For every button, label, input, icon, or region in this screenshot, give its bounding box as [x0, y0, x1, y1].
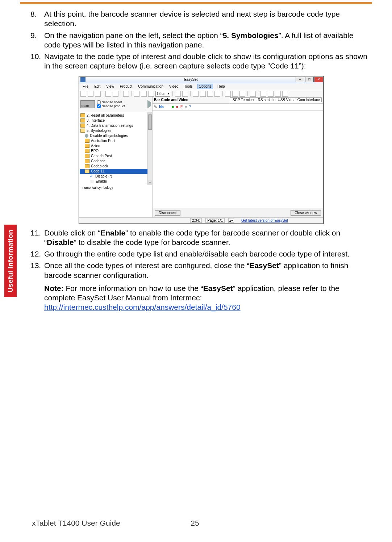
toolbar-button[interactable] [182, 91, 188, 97]
status-update-link[interactable]: Get latest version of EasySet [241, 218, 288, 222]
tree-item[interactable]: Aztec [80, 143, 151, 149]
tree-item[interactable]: Symbology identifier [80, 184, 151, 185]
close-button[interactable]: ✕ [314, 77, 323, 82]
tree-item[interactable]: Code 11 [80, 169, 151, 174]
toolbar-button[interactable] [134, 91, 139, 97]
close-window-button[interactable]: Close window [291, 210, 321, 216]
tree-item[interactable]: Disable (*) [80, 174, 151, 179]
step-13-text: Once all the code types of interest are … [44, 261, 370, 280]
note-label: Note: [44, 284, 64, 292]
toolbar-button[interactable] [175, 91, 181, 97]
tool-icon[interactable]: ■ [176, 105, 178, 109]
tree-item[interactable]: Enable [80, 179, 151, 184]
footer-page-number: 25 [191, 519, 199, 528]
toolbar-button[interactable] [250, 91, 256, 97]
window-titlebar: EasySet – □ ✕ [79, 76, 323, 83]
disconnect-button[interactable]: Disconnect [155, 210, 180, 216]
tree-item[interactable]: BPO [80, 149, 151, 154]
tree-item[interactable]: Australian Post [80, 138, 151, 143]
toolbar-button[interactable] [88, 91, 93, 97]
toolbar-button[interactable] [200, 91, 206, 97]
menu-communication[interactable]: Communication [137, 84, 164, 89]
menu-video[interactable]: Video [168, 84, 180, 89]
tree-item[interactable]: Disable all symbologies [80, 133, 151, 138]
note-link[interactable]: http://intermec.custhelp.com/app/answers… [44, 303, 241, 311]
menu-product[interactable]: Product [118, 84, 134, 89]
send-to-sheet-checkbox[interactable] [97, 100, 101, 104]
send-to-product-checkbox[interactable] [97, 104, 101, 108]
step-9: 9. On the navigation pane on the left, s… [32, 31, 370, 50]
tree-item[interactable]: Canada Post [80, 154, 151, 159]
menu-file[interactable]: File [81, 84, 90, 89]
tool-icon[interactable]: ■ [172, 105, 174, 109]
step-11: 11. Double click on “Enable” to enable t… [32, 228, 370, 247]
right-canvas [153, 111, 323, 208]
tool-icon[interactable]: F [180, 105, 183, 109]
toolbar-button[interactable] [148, 91, 154, 97]
step-9-text: On the navigation pane on the left, sele… [44, 31, 370, 50]
step-8-text: At this point, the barcode scanner devic… [44, 9, 370, 29]
left-pane: ED40 Send to sheet Send to product 2. Re… [79, 97, 153, 218]
window-title: EasySet [87, 78, 295, 82]
toolbar-button[interactable] [80, 91, 86, 97]
toolbar-separator [121, 91, 121, 96]
tool-icon[interactable]: ? [189, 105, 191, 109]
tool-icon[interactable]: Na [159, 105, 164, 109]
menu-view[interactable]: View [105, 84, 116, 89]
tree-item[interactable]: 5. Symbologies [80, 128, 151, 133]
step-8-number: 8. [30, 9, 43, 19]
note-pre: For more information on how to use the “ [64, 284, 203, 292]
scroll-thumb[interactable] [148, 114, 152, 130]
menu-help[interactable]: Help [216, 84, 226, 89]
page-footer: xTablet T1400 User Guide 25 [32, 519, 358, 528]
toolbar-button[interactable] [95, 91, 101, 97]
toolbar-separator [190, 91, 191, 96]
toolbar-button[interactable] [113, 91, 118, 97]
toolbar-button[interactable] [225, 91, 231, 97]
toolbar-button[interactable] [214, 91, 220, 97]
tool-icon[interactable]: ✎ [154, 105, 157, 109]
side-tab: Useful Information [4, 225, 17, 297]
note-bold: EasySet [203, 284, 233, 292]
tree-item[interactable]: 3. Interface [80, 118, 151, 123]
send-to-product-option[interactable]: Send to product [97, 104, 125, 108]
step-11-bold1: Enable [100, 229, 125, 237]
device-header: ED40 Send to sheet Send to product [79, 97, 152, 112]
status-page-spinner[interactable]: ▴▾ [228, 218, 234, 223]
toolbar-button[interactable] [260, 91, 266, 97]
toolbar-button[interactable] [207, 91, 213, 97]
play-button[interactable] [147, 102, 151, 106]
description-pane: - numerical symbology [79, 185, 152, 218]
tree-item[interactable]: 4. Data transmission settings [80, 123, 151, 128]
menu-tools[interactable]: Tools [183, 84, 194, 89]
toolbar-button[interactable] [141, 91, 147, 97]
toolbar-button[interactable] [232, 91, 238, 97]
window-body: ED40 Send to sheet Send to product 2. Re… [79, 97, 323, 218]
step-10-text: Navigate to the code type of interest an… [44, 52, 370, 71]
tree-item[interactable]: 2. Reset all parameters [80, 113, 151, 118]
maximize-button[interactable]: □ [305, 77, 314, 82]
toolbar-separator [222, 91, 223, 96]
tool-icon[interactable]: ○ [185, 105, 187, 109]
tree-scrollbar[interactable]: ▴ ▾ [147, 112, 152, 185]
toolbar-separator [103, 91, 103, 96]
menu-bar: File Edit View Product Communication Vid… [79, 83, 323, 90]
toolbar-button[interactable] [193, 91, 199, 97]
status-bar: 2:34: Page: 1/1 ▴▾ Get latest version of… [79, 217, 323, 224]
send-to-sheet-option[interactable]: Send to sheet [97, 100, 125, 104]
toolbar-button[interactable] [123, 91, 129, 97]
tool-icon[interactable]: — [166, 105, 170, 109]
toolbar-button[interactable] [239, 91, 245, 97]
toolbar-button[interactable] [275, 91, 281, 97]
menu-options[interactable]: Options [197, 84, 213, 89]
tree-item[interactable]: Codabar [80, 159, 151, 164]
toolbar-button[interactable] [105, 91, 111, 97]
toolbar-size-combo[interactable]: 18 cm▾ [155, 91, 170, 97]
toolbar-button[interactable] [282, 91, 288, 97]
toolbar-button[interactable] [268, 91, 274, 97]
tree-item[interactable]: Codablock [80, 164, 151, 169]
window-buttons: – □ ✕ [295, 77, 323, 82]
menu-edit[interactable]: Edit [93, 84, 102, 89]
scroll-down-icon[interactable]: ▾ [148, 180, 152, 185]
minimize-button[interactable]: – [296, 77, 304, 82]
